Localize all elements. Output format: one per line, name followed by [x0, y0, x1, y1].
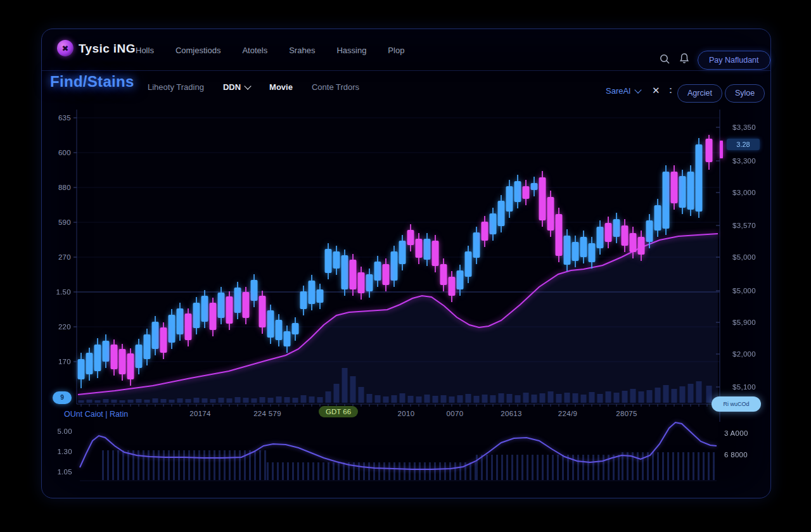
lower-panel-right-label: 6 8000 — [724, 451, 748, 459]
x-axis-label: 28075 — [616, 410, 637, 417]
x-axis-label: 224 579 — [253, 410, 281, 417]
y-axis-left-label: 1.50 — [43, 288, 71, 296]
main-chart-canvas[interactable] — [42, 29, 770, 498]
y-axis-right-label: $5,000 — [732, 287, 756, 294]
y-axis-right-label: $3,000 — [732, 189, 756, 196]
y-axis-right-label: $5,900 — [732, 319, 756, 326]
lower-panel-left-label: 1.05 — [44, 468, 72, 476]
current-price-badge: 3.28 — [727, 139, 760, 150]
x-axis-label: 224/9 — [558, 410, 577, 417]
x-axis-label: 20613 — [501, 410, 521, 417]
y-axis-left-label: 270 — [43, 253, 71, 261]
x-axis-label: 20174 — [189, 410, 210, 417]
x-axis-label: 0070 — [447, 410, 464, 417]
y-axis-right-label: $5,000 — [732, 253, 756, 261]
app-window: ✖ Tysic iNG HollsComjestiodsAtotelsSrahe… — [41, 28, 771, 498]
current-price-tick — [720, 141, 723, 158]
x-axis-label: 2010 — [398, 410, 415, 417]
buy-pill-button[interactable]: Ri wuCOd — [712, 396, 761, 412]
y-axis-left-label: 635 — [43, 114, 71, 122]
y-axis-right-label: $3,300 — [732, 157, 756, 165]
lower-panel-left-label: 1.30 — [44, 448, 72, 455]
lower-panel-indicator-line — [80, 422, 717, 469]
interval-pill-button[interactable]: 9 — [53, 391, 72, 404]
y-axis-right-label: $2,000 — [732, 350, 756, 358]
lower-panel-left-label: 5.00 — [44, 428, 72, 435]
y-axis-right-label: $5,100 — [732, 383, 756, 391]
y-axis-left-label: 170 — [43, 358, 71, 365]
lower-panel-right-label: 3 A000 — [724, 429, 748, 437]
y-axis-right-label: $3,570 — [732, 222, 756, 229]
y-axis-left-label: 590 — [43, 218, 71, 226]
x-axis-badge: GDT 66 — [319, 406, 358, 417]
y-axis-right-label: $3,350 — [732, 124, 756, 131]
y-axis-left-label: 220 — [43, 323, 71, 331]
y-axis-left-label: 600 — [43, 149, 71, 156]
y-axis-left-label: 880 — [43, 184, 71, 191]
pair-label[interactable]: OUnt Caiot | Ratin — [64, 410, 128, 419]
